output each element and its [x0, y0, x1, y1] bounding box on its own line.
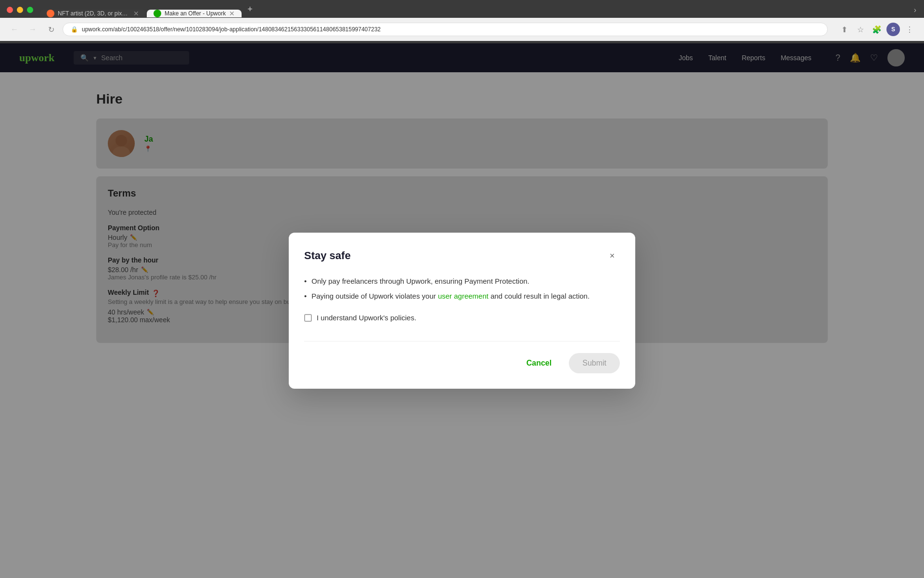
- extensions-button[interactable]: 🧩: [870, 25, 884, 34]
- forward-button[interactable]: →: [26, 25, 39, 34]
- profile-button[interactable]: S: [886, 23, 900, 36]
- close-window-button[interactable]: [7, 7, 13, 13]
- url-text: upwork.com/ab/c/1002463518/offer/new/101…: [82, 26, 381, 33]
- modal-overlay: Stay safe × Only pay freelancers through…: [0, 43, 924, 578]
- modal-bullet-1-text: Only pay freelancers through Upwork, ens…: [311, 277, 529, 285]
- modal-header: Stay safe ×: [304, 248, 620, 263]
- maximize-window-button[interactable]: [27, 7, 33, 13]
- tab-scroll-right[interactable]: ›: [906, 6, 924, 14]
- understand-policies-checkbox[interactable]: [304, 314, 312, 322]
- reload-button[interactable]: ↻: [44, 25, 58, 34]
- bookmark-button[interactable]: ☆: [854, 25, 867, 34]
- tab-close-nft[interactable]: ✕: [133, 10, 139, 17]
- modal-bullet-2-text: Paying outside of Upwork violates your u…: [311, 292, 590, 300]
- cancel-button[interactable]: Cancel: [517, 354, 561, 372]
- page-content: upwork 🔍 ▼ Search Jobs Talent Reports Me…: [0, 43, 924, 578]
- checkbox-row: I understand Upwork's policies.: [304, 314, 620, 322]
- tab-close-offer[interactable]: ✕: [229, 10, 235, 17]
- new-tab-button[interactable]: +: [243, 2, 257, 16]
- modal-footer: Cancel Submit: [304, 341, 620, 373]
- modal-close-button[interactable]: ×: [604, 248, 620, 263]
- browser-chrome: NFT artist (2D, 3D, or pixel art) ✕ Make…: [0, 0, 924, 43]
- modal-bullet-1: Only pay freelancers through Upwork, ens…: [304, 277, 620, 285]
- minimize-window-button[interactable]: [17, 7, 23, 13]
- lock-icon: 🔒: [71, 26, 78, 33]
- checkbox-label: I understand Upwork's policies.: [317, 314, 416, 322]
- browser-tab-nft[interactable]: NFT artist (2D, 3D, or pixel art) ✕: [40, 10, 146, 17]
- browser-tab-offer[interactable]: Make an Offer - Upwork ✕: [147, 10, 242, 17]
- share-button[interactable]: ⬆: [837, 25, 851, 34]
- tab-favicon-nft: [47, 10, 54, 17]
- tab-title-nft: NFT artist (2D, 3D, or pixel art): [58, 10, 130, 17]
- traffic-lights: [0, 2, 40, 18]
- address-input[interactable]: 🔒 upwork.com/ab/c/1002463518/offer/new/1…: [63, 23, 828, 36]
- menu-button[interactable]: ⋮: [903, 25, 916, 34]
- browser-actions: ⬆ ☆ 🧩 S ⋮: [837, 23, 916, 36]
- tab-title-offer: Make an Offer - Upwork: [165, 10, 226, 17]
- back-button[interactable]: ←: [8, 25, 21, 34]
- submit-button[interactable]: Submit: [569, 353, 620, 373]
- stay-safe-modal: Stay safe × Only pay freelancers through…: [289, 233, 635, 389]
- tab-favicon-offer: [154, 10, 161, 17]
- modal-bullet-2: Paying outside of Upwork violates your u…: [304, 292, 620, 300]
- modal-body: Only pay freelancers through Upwork, ens…: [304, 277, 620, 322]
- user-agreement-link[interactable]: user agreement: [438, 292, 488, 300]
- address-bar-row: ← → ↻ 🔒 upwork.com/ab/c/1002463518/offer…: [0, 18, 924, 41]
- modal-title: Stay safe: [304, 250, 351, 262]
